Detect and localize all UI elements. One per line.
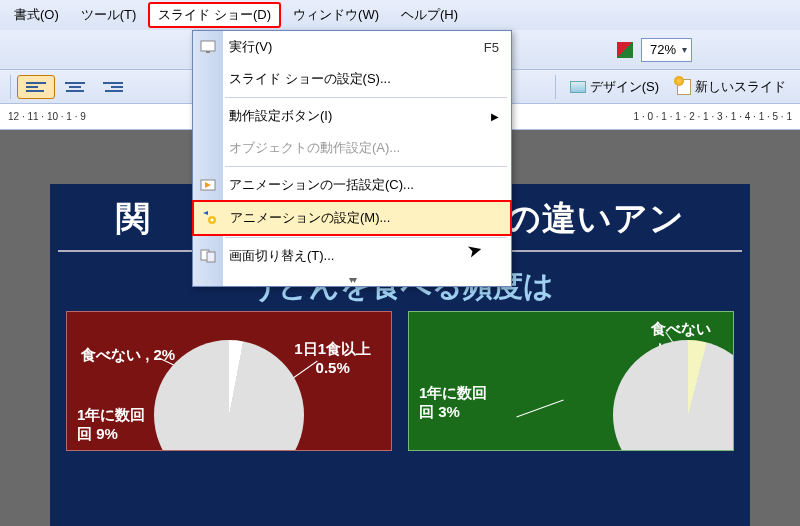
chart-left-label-3: 1年に数回回 9%	[77, 406, 145, 444]
ruler-ticks-right: 1 · 0 · 1 · 1 · 2 · 1 · 3 · 1 · 4 · 1 · …	[634, 111, 792, 122]
new-slide-label: 新しいスライド	[695, 78, 786, 96]
menu-item-run-shortcut: F5	[484, 40, 499, 55]
menu-window[interactable]: ウィンドウ(W)	[283, 2, 389, 28]
design-icon	[570, 81, 586, 93]
run-icon	[199, 38, 217, 56]
charts-row: 食べない , 2% 1日1食以上0.5% 1年に数回回 9% 食べないい, 0%	[58, 307, 742, 451]
zoom-value: 72%	[650, 42, 676, 57]
menu-item-setup[interactable]: スライド ショーの設定(S)...	[193, 63, 511, 95]
chart-left-label-2: 1日1食以上0.5%	[294, 340, 371, 376]
color-picker-btn[interactable]	[611, 36, 639, 64]
menu-format[interactable]: 書式(O)	[4, 2, 69, 28]
slideshow-menu-dropdown: 実行(V) F5 スライド ショーの設定(S)... 動作設定ボタン(I) ▶ …	[192, 30, 512, 287]
menu-separator	[225, 237, 507, 238]
chart-left[interactable]: 食べない , 2% 1日1食以上0.5% 1年に数回回 9%	[66, 311, 392, 451]
menu-expand-chevron[interactable]	[193, 272, 511, 286]
chart-right-label-2: 1年に数回回 3%	[419, 384, 487, 422]
menu-item-object-action-label: オブジェクトの動作設定(A)...	[229, 139, 400, 157]
new-slide-btn[interactable]: 新しいスライド	[669, 75, 794, 99]
pie-chart-icon	[613, 340, 734, 451]
dropdown-arrow-icon: ▾	[682, 44, 687, 55]
menu-item-anim-settings-label: アニメーションの設定(M)...	[230, 209, 390, 227]
submenu-arrow-icon: ▶	[491, 111, 499, 122]
menu-help[interactable]: ヘルプ(H)	[391, 2, 468, 28]
animation-settings-icon	[200, 209, 218, 227]
chart-left-label-1: 食べない , 2%	[81, 346, 175, 365]
zoom-combo[interactable]: 72% ▾	[641, 38, 692, 62]
chart-right[interactable]: 食べないい, 0% 1年に数回回 3%	[408, 311, 734, 451]
align-left-btn[interactable]	[17, 75, 55, 99]
menu-item-run[interactable]: 実行(V) F5	[193, 31, 511, 63]
align-center-icon	[65, 79, 85, 95]
menu-slideshow[interactable]: スライド ショー(D)	[148, 2, 281, 28]
color-swatch-icon	[617, 42, 633, 58]
menu-item-anim-batch-label: アニメーションの一括設定(C)...	[229, 176, 414, 194]
design-btn[interactable]: デザイン(S)	[562, 75, 667, 99]
svg-marker-4	[203, 211, 208, 215]
new-slide-icon	[677, 79, 691, 95]
align-center-btn[interactable]	[57, 76, 93, 98]
menu-tools[interactable]: ツール(T)	[71, 2, 147, 28]
separator	[555, 75, 556, 99]
menu-item-run-label: 実行(V)	[229, 38, 272, 56]
svg-rect-8	[207, 252, 215, 262]
svg-point-6	[211, 219, 214, 222]
menu-bar: 書式(O) ツール(T) スライド ショー(D) ウィンドウ(W) ヘルプ(H)	[0, 0, 800, 30]
menu-separator	[225, 166, 507, 167]
menu-item-action-buttons-label: 動作設定ボタン(I)	[229, 107, 332, 125]
svg-rect-0	[201, 41, 215, 51]
menu-item-anim-batch[interactable]: アニメーションの一括設定(C)...	[193, 169, 511, 201]
align-right-btn[interactable]	[95, 76, 131, 98]
pie-chart-icon	[154, 340, 304, 451]
ruler-ticks-left: 12 · 11 · 10 · 1 · 9	[8, 111, 86, 122]
transition-icon	[199, 247, 217, 265]
svg-rect-1	[206, 51, 210, 53]
separator	[10, 75, 11, 99]
menu-item-transition-label: 画面切り替え(T)...	[229, 247, 334, 265]
leader-line	[516, 399, 563, 417]
design-label: デザイン(S)	[590, 78, 659, 96]
animation-batch-icon	[199, 176, 217, 194]
menu-item-anim-settings[interactable]: アニメーションの設定(M)...	[192, 200, 512, 236]
align-right-icon	[103, 79, 123, 95]
menu-item-object-action: オブジェクトの動作設定(A)...	[193, 132, 511, 164]
align-left-icon	[26, 79, 46, 95]
menu-item-transition[interactable]: 画面切り替え(T)...	[193, 240, 511, 272]
menu-separator	[225, 97, 507, 98]
menu-item-setup-label: スライド ショーの設定(S)...	[229, 70, 391, 88]
menu-item-action-buttons[interactable]: 動作設定ボタン(I) ▶	[193, 100, 511, 132]
